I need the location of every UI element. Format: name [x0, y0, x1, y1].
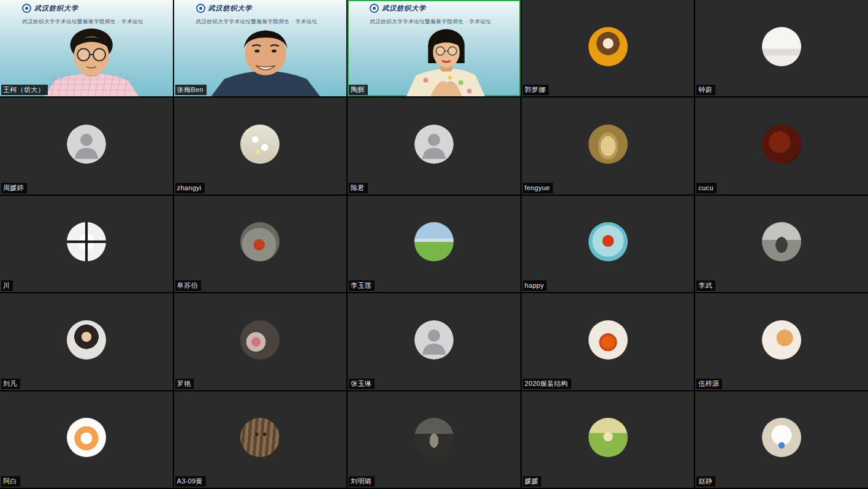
participant-avatar-tile[interactable]: 阜苏伯 [174, 196, 347, 292]
participant-avatar-tile[interactable]: 郭梦娜 [522, 0, 695, 96]
participant-avatar-tile[interactable]: cucu [695, 98, 868, 194]
participant-name-label: fengyue [523, 183, 553, 193]
person-figure [174, 0, 347, 96]
pale-landscape-avatar [762, 27, 801, 66]
participant-avatar-tile[interactable]: 伍梓源 [695, 293, 868, 390]
participant-name-label: 郭梦娜 [523, 85, 549, 95]
participant-name-label: 张梅Ben [175, 85, 207, 95]
participant-avatar-tile[interactable]: 2020服装结构 [522, 293, 695, 390]
shiba-dog-avatar [762, 320, 801, 360]
golden-dress-sketch-avatar [588, 125, 628, 164]
participant-avatar-tile[interactable]: 陈君 [348, 98, 520, 194]
participant-name-label: 刘明璐 [349, 476, 375, 487]
default-person-avatar [414, 320, 454, 360]
participant-video-tile[interactable]: 武汉纺织大学武汉纺织大学学术论坛暨服装学院师生 · 学术论坛陶辉 [348, 0, 520, 96]
woman-portrait-photo-avatar [67, 320, 106, 360]
participant-avatar-tile[interactable]: 川 [0, 196, 173, 292]
participant-avatar-tile[interactable]: 钟蔚 [695, 0, 868, 96]
participant-name-label: 阿白 [1, 476, 20, 487]
participant-avatar-tile[interactable]: 媛媛 [522, 391, 695, 488]
person-figure [0, 0, 173, 96]
participant-avatar-tile[interactable]: 阿白 [0, 391, 173, 488]
dark-alley-photo-avatar [414, 418, 454, 457]
apple-on-teal-avatar [588, 222, 628, 261]
default-person-avatar [67, 125, 106, 164]
default-person-avatar [414, 125, 454, 164]
participant-avatar-tile[interactable]: 罗艳 [174, 293, 347, 390]
participant-name-label: 赵静 [696, 476, 715, 487]
participant-name-label: 2020服装结构 [523, 379, 571, 389]
black-white-compass-logo-avatar [67, 222, 106, 261]
participant-name-label: happy [523, 280, 547, 291]
participant-video-tile[interactable]: 武汉纺织大学武汉纺织大学学术论坛暨服装学院师生 · 学术论坛王柯（纺大） [0, 0, 173, 96]
participant-avatar-tile[interactable]: 赵静 [695, 391, 868, 488]
participant-name-label: zhangyi [175, 183, 205, 193]
participant-name-label: 刘凡 [1, 379, 20, 389]
participant-gallery-grid: 武汉纺织大学武汉纺织大学学术论坛暨服装学院师生 · 学术论坛王柯（纺大）武汉纺织… [0, 0, 868, 488]
participant-avatar-tile[interactable]: 张玉琳 [348, 293, 520, 390]
participant-avatar-tile[interactable]: happy [522, 196, 695, 292]
participant-avatar-tile[interactable]: 刘凡 [0, 293, 173, 390]
person-in-red-photo-avatar [240, 222, 280, 261]
daisy-flowers-avatar [240, 125, 280, 164]
participant-name-label: 阜苏伯 [175, 280, 201, 291]
participant-name-label: 川 [1, 280, 13, 291]
person-figure [348, 0, 520, 96]
participant-name-label: 陶辉 [349, 85, 368, 95]
default-person-silhouette-icon [67, 125, 106, 164]
cartoon-bunny-orange-hood-avatar [67, 418, 106, 457]
orange-glass-cup-avatar [588, 320, 628, 360]
participant-avatar-tile[interactable]: A3-09黄 [174, 391, 347, 488]
participant-name-label: 媛媛 [523, 476, 542, 487]
cartoon-animal-blue-bow-avatar [762, 418, 801, 457]
cartoon-girl-avatar [588, 27, 628, 66]
participant-name-label: 王柯（纺大） [1, 85, 48, 95]
default-person-silhouette-icon [414, 320, 454, 360]
two-people-outdoor-photo-avatar [762, 222, 801, 261]
participant-video-tile[interactable]: 武汉纺织大学武汉纺织大学学术论坛暨服装学院师生 · 学术论坛张梅Ben [174, 0, 347, 96]
participant-avatar-tile[interactable]: fengyue [522, 98, 695, 194]
participant-name-label: 张玉琳 [349, 379, 375, 389]
participant-name-label: A3-09黄 [175, 476, 206, 487]
tabby-cat-photo-avatar [240, 418, 280, 457]
person-in-green-field-avatar [588, 418, 628, 457]
default-person-silhouette-icon [414, 125, 454, 164]
participant-name-label: 陈君 [349, 183, 368, 193]
participant-name-label: 李玉莲 [349, 280, 375, 291]
participant-name-label: 伍梓源 [696, 379, 722, 389]
participant-avatar-tile[interactable]: zhangyi [174, 98, 347, 194]
participant-avatar-tile[interactable]: 周媛婷 [0, 98, 173, 194]
participant-name-label: 李武 [696, 280, 715, 291]
participant-name-label: 周媛婷 [1, 183, 27, 193]
participant-name-label: 罗艳 [175, 379, 194, 389]
participant-name-label: cucu [696, 183, 716, 193]
dark-red-abstract-avatar [762, 125, 801, 164]
grassland-sky-avatar [414, 222, 454, 261]
participant-avatar-tile[interactable]: 李玉莲 [348, 196, 520, 292]
participant-avatar-tile[interactable]: 刘明璐 [348, 391, 520, 488]
participant-name-label: 钟蔚 [696, 85, 715, 95]
participant-avatar-tile[interactable]: 李武 [695, 196, 868, 292]
dark-group-photo-avatar [240, 320, 280, 360]
